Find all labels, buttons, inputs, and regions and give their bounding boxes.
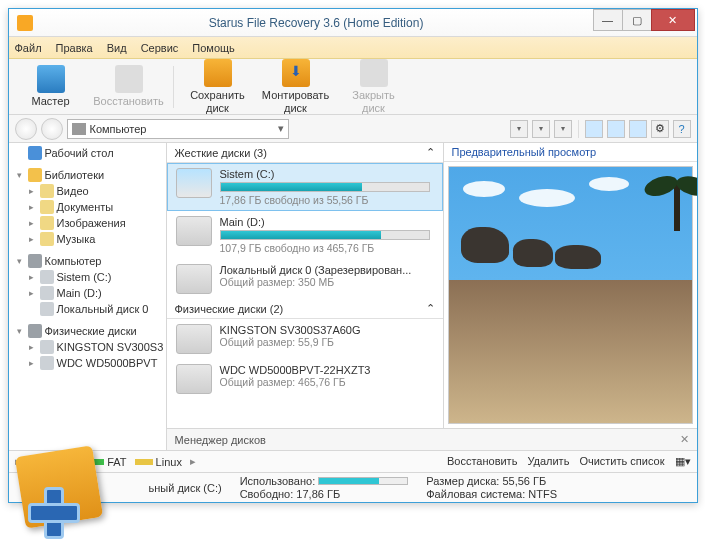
menu-edit[interactable]: Правка — [56, 42, 93, 54]
tree-video[interactable]: ▸Видео — [9, 183, 166, 199]
close-disk-button[interactable]: Закрыть диск — [338, 57, 410, 115]
tree-drive-local0[interactable]: Локальный диск 0 — [9, 301, 166, 317]
app-icon — [17, 15, 33, 31]
minimize-button[interactable]: — — [593, 9, 623, 31]
window-title: Starus File Recovery 3.6 (Home Edition) — [39, 16, 594, 30]
action-restore[interactable]: Восстановить — [447, 455, 517, 468]
tree-drive-d[interactable]: ▸Main (D:) — [9, 285, 166, 301]
status-disk: ьный диск (C:) — [149, 482, 222, 494]
address-bar: Компьютер▾ ⚙ ? — [9, 115, 697, 143]
grid-icon[interactable]: ▦▾ — [675, 455, 691, 468]
computer-icon — [72, 123, 86, 135]
preview-toggle-icon[interactable] — [585, 120, 603, 138]
restore-button[interactable]: Восстановить — [93, 63, 165, 109]
preview-header: Предварительный просмотр — [444, 143, 697, 162]
tree-libraries[interactable]: ▾Библиотеки — [9, 167, 166, 183]
product-logo — [2, 443, 112, 543]
toolbar: Мастер Восстановить Сохранить диск ⬇Монт… — [9, 59, 697, 115]
tree-documents[interactable]: ▸Документы — [9, 199, 166, 215]
drive-icon — [176, 168, 212, 198]
panel-icon[interactable] — [607, 120, 625, 138]
maximize-button[interactable]: ▢ — [622, 9, 652, 31]
legend-linux: Linux — [135, 456, 182, 468]
save-icon[interactable] — [629, 120, 647, 138]
nav-back-button[interactable] — [15, 118, 37, 140]
tree-music[interactable]: ▸Музыка — [9, 231, 166, 247]
action-delete[interactable]: Удалить — [527, 455, 569, 468]
settings-icon[interactable]: ⚙ — [651, 120, 669, 138]
menubar: Файл Правка Вид Сервис Помощь — [9, 37, 697, 59]
drive-system-c[interactable]: Sistem (C:)17,86 ГБ свободно из 55,56 ГБ — [167, 163, 443, 211]
view-list-icon[interactable] — [554, 120, 572, 138]
tree-phys-wdc[interactable]: ▸WDC WD5000BPVT — [9, 355, 166, 371]
menu-file[interactable]: Файл — [15, 42, 42, 54]
drive-icon — [176, 264, 212, 294]
status-used-label: Использовано: — [240, 475, 316, 487]
tree-phys-kingston[interactable]: ▸KINGSTON SV300S3 — [9, 339, 166, 355]
drive-main-d[interactable]: Main (D:)107,9 ГБ свободно из 465,76 ГБ — [167, 211, 443, 259]
phys-kingston[interactable]: KINGSTON SV300S37A60GОбщий размер: 55,9 … — [167, 319, 443, 359]
drive-icon — [176, 364, 212, 394]
section-hard-disks[interactable]: Жесткие диски (3)⌃ — [167, 143, 443, 163]
view-detail-icon[interactable] — [510, 120, 528, 138]
phys-wdc[interactable]: WDC WD5000BPVT-22HXZT3Общий размер: 465,… — [167, 359, 443, 399]
close-button[interactable]: ✕ — [651, 9, 695, 31]
mount-disk-button[interactable]: ⬇Монтировать диск — [260, 57, 332, 115]
nav-tree: Рабочий стол ▾Библиотеки ▸Видео ▸Докумен… — [9, 143, 167, 450]
tree-computer[interactable]: ▾Компьютер — [9, 253, 166, 269]
preview-panel: Предварительный просмотр — [443, 143, 697, 428]
drive-icon — [176, 324, 212, 354]
status-fs: Файловая система: NTFS — [426, 488, 557, 500]
drive-local0[interactable]: Локальный диск 0 (Зарезервирован...Общий… — [167, 259, 443, 299]
wizard-button[interactable]: Мастер — [15, 63, 87, 109]
section-physical-disks[interactable]: Физические диски (2)⌃ — [167, 299, 443, 319]
drive-icon — [176, 216, 212, 246]
menu-help[interactable]: Помощь — [192, 42, 235, 54]
collapse-icon: ⌃ — [426, 302, 435, 315]
tree-drive-c[interactable]: ▸Sistem (C:) — [9, 269, 166, 285]
drive-list: Жесткие диски (3)⌃ Sistem (C:)17,86 ГБ с… — [167, 143, 443, 428]
status-size: Размер диска: 55,56 ГБ — [426, 475, 557, 487]
close-icon[interactable]: ✕ — [680, 433, 689, 446]
menu-view[interactable]: Вид — [107, 42, 127, 54]
disk-manager-bar[interactable]: Менеджер дисков✕ — [167, 428, 697, 450]
tree-images[interactable]: ▸Изображения — [9, 215, 166, 231]
collapse-icon: ⌃ — [426, 146, 435, 159]
help-icon[interactable]: ? — [673, 120, 691, 138]
status-free: Свободно: 17,86 ГБ — [240, 488, 409, 500]
tree-desktop[interactable]: Рабочий стол — [9, 145, 166, 161]
action-clear[interactable]: Очистить список — [579, 455, 664, 468]
tree-physical[interactable]: ▾Физические диски — [9, 323, 166, 339]
view-thumb-icon[interactable] — [532, 120, 550, 138]
menu-service[interactable]: Сервис — [141, 42, 179, 54]
save-disk-button[interactable]: Сохранить диск — [182, 57, 254, 115]
address-input[interactable]: Компьютер▾ — [67, 119, 290, 139]
preview-image — [448, 166, 693, 424]
nav-forward-button[interactable] — [41, 118, 63, 140]
